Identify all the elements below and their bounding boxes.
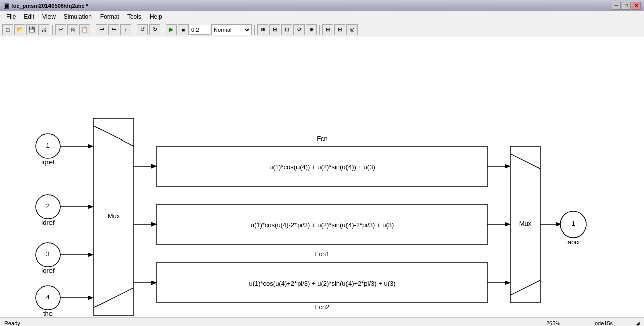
tb-icon2[interactable]: ⊞ bbox=[269, 24, 280, 35]
maximize-button[interactable]: □ bbox=[622, 2, 631, 10]
minimize-button[interactable]: ─ bbox=[612, 2, 621, 10]
paste-button[interactable]: 📋 bbox=[79, 24, 90, 35]
port-label-iqref: iqref bbox=[41, 158, 55, 166]
redo2-button[interactable]: ↻ bbox=[149, 24, 160, 35]
resize-handle: ◢ bbox=[634, 320, 642, 326]
print-button[interactable]: 🖨 bbox=[38, 24, 49, 35]
redo-button[interactable]: ↪ bbox=[108, 24, 119, 35]
menu-edit[interactable]: Edit bbox=[20, 12, 38, 21]
status-ready: Ready bbox=[2, 320, 533, 327]
save-button[interactable]: 💾 bbox=[26, 24, 37, 35]
new-button[interactable]: □ bbox=[2, 24, 13, 35]
menu-format[interactable]: Format bbox=[96, 12, 123, 21]
copy-button[interactable]: ⎘ bbox=[67, 24, 78, 35]
up-button[interactable]: ↑ bbox=[120, 24, 131, 35]
status-zoom: 265% bbox=[533, 320, 573, 327]
status-bar: Ready 265% ode15s ◢ bbox=[0, 317, 644, 326]
menu-simulation[interactable]: Simulation bbox=[60, 12, 96, 21]
tb-icon4[interactable]: ⟳ bbox=[293, 24, 305, 35]
fcn-expr-2: u(1)*cos(u(4)-2*pi/3) + u(2)*sin(u(4)-2*… bbox=[251, 221, 394, 229]
fcn-bottom-label-2: Fcn2 bbox=[315, 303, 330, 311]
tb-icon6[interactable]: ⊞ bbox=[322, 24, 333, 35]
undo2-button[interactable]: ↺ bbox=[137, 24, 148, 35]
mux-label-1: Mux bbox=[108, 212, 120, 220]
status-solver: ode15s bbox=[573, 320, 634, 327]
output-port-num: 1 bbox=[571, 220, 575, 227]
stop-button[interactable]: ■ bbox=[178, 24, 189, 35]
tb-icon5[interactable]: ⊕ bbox=[306, 24, 317, 35]
port-label-ioref: ioref bbox=[41, 267, 55, 274]
sep4 bbox=[163, 25, 163, 35]
sep2 bbox=[93, 25, 93, 35]
sep1 bbox=[52, 25, 53, 35]
toolbar: □ 📂 💾 🖨 ✂ ⎘ 📋 ↩ ↪ ↑ ↺ ↻ ▶ ■ Normal Accel… bbox=[0, 22, 644, 37]
tb-icon3[interactable]: ⊡ bbox=[281, 24, 292, 35]
output-port-label: iabcr bbox=[566, 238, 581, 246]
play-button[interactable]: ▶ bbox=[166, 24, 177, 35]
sim-mode-select[interactable]: Normal Accelerator bbox=[211, 24, 252, 35]
port-num-3: 3 bbox=[46, 250, 49, 258]
cut-button[interactable]: ✂ bbox=[55, 24, 66, 35]
fcn-expr-1: u(1)*cos(u(4)) + u(2)*sin(u(4)) + u(3) bbox=[269, 163, 375, 171]
canvas-area[interactable]: 1 iqref 2 idref 3 ioref 4 the Mux Fcn u(… bbox=[0, 37, 644, 317]
fcn-expr-3: u(1)*cos(u(4)+2*pi/3) + u(2)*sin(u(4)+2*… bbox=[249, 280, 395, 287]
undo-button[interactable]: ↩ bbox=[96, 24, 107, 35]
title-bar: ▣ foc_pmsm20140506/dq2abc * ─ □ ✕ bbox=[0, 0, 644, 11]
menu-view[interactable]: View bbox=[38, 12, 60, 21]
menu-help[interactable]: Help bbox=[145, 12, 166, 21]
title-icon: ▣ bbox=[3, 2, 9, 9]
title-text: foc_pmsm20140506/dq2abc * bbox=[11, 3, 611, 9]
port-num-4: 4 bbox=[46, 293, 49, 301]
diagram-svg: 1 iqref 2 idref 3 ioref 4 the Mux Fcn u(… bbox=[0, 37, 644, 317]
fcn-top-label-1: Fcn bbox=[317, 135, 328, 143]
menu-tools[interactable]: Tools bbox=[123, 12, 145, 21]
open-button[interactable]: 📂 bbox=[14, 24, 25, 35]
menu-bar: File Edit View Simulation Format Tools H… bbox=[0, 11, 644, 22]
port-num-2: 2 bbox=[46, 202, 49, 210]
sim-time-input[interactable] bbox=[190, 25, 210, 35]
fcn-top-label-3: Fcn1 bbox=[315, 250, 330, 258]
mux-label-2: Mux bbox=[519, 220, 532, 227]
tb-icon1[interactable]: ≋ bbox=[257, 24, 268, 35]
tb-icon7[interactable]: ⊟ bbox=[334, 24, 345, 35]
sep6 bbox=[319, 25, 320, 35]
close-button[interactable]: ✕ bbox=[632, 2, 641, 10]
sep3 bbox=[134, 25, 134, 35]
port-label-the: the bbox=[43, 310, 53, 317]
sep5 bbox=[254, 25, 255, 35]
menu-file[interactable]: File bbox=[2, 12, 20, 21]
tb-icon8[interactable]: ◎ bbox=[346, 24, 358, 35]
port-label-idref: idref bbox=[41, 219, 55, 226]
port-num-1: 1 bbox=[46, 142, 49, 149]
